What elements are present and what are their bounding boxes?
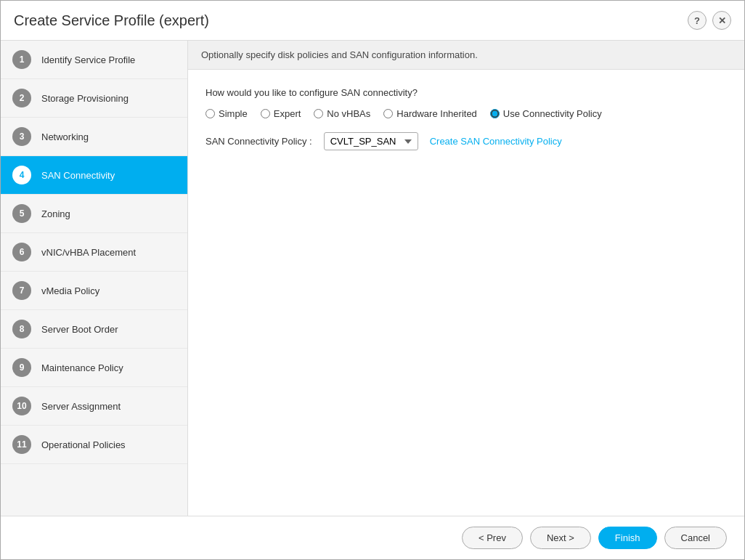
radio-expert[interactable] [261,109,270,118]
sidebar-item-6[interactable]: 6vNIC/vHBA Placement [1,233,187,272]
step-badge-10: 10 [12,397,31,415]
radio-label-no_vhbas[interactable]: No vHBAs [314,108,370,119]
step-label-7: vMedia Policy [41,285,99,296]
radio-use_connectivity_policy[interactable] [490,109,500,118]
close-button[interactable]: ✕ [712,11,731,30]
radio-text-hardware_inherited: Hardware Inherited [396,108,477,119]
sidebar-item-10[interactable]: 10Server Assignment [1,387,187,426]
content-main: How would you like to configure SAN conn… [188,70,744,516]
step-badge-11: 11 [12,435,31,454]
prev-button[interactable]: < Prev [462,527,523,549]
radio-no_vhbas[interactable] [314,109,323,118]
step-badge-6: 6 [12,243,31,261]
dialog-title: Create Service Profile (expert) [14,12,209,29]
radio-label-use_connectivity_policy[interactable]: Use Connectivity Policy [490,108,602,119]
radio-label-simple[interactable]: Simple [205,108,248,119]
step-badge-3: 3 [12,127,31,146]
step-label-6: vNIC/vHBA Placement [41,247,136,258]
dialog-body: 1Identify Service Profile2Storage Provis… [1,41,744,516]
radio-text-expert: Expert [274,108,301,119]
help-button[interactable]: ? [688,11,707,30]
san-question: How would you like to configure SAN conn… [205,87,727,98]
radio-text-simple: Simple [219,108,248,119]
sidebar: 1Identify Service Profile2Storage Provis… [1,41,188,516]
dialog-footer: < Prev Next > Finish Cancel [1,516,744,559]
radio-simple[interactable] [205,109,215,118]
radio-label-hardware_inherited[interactable]: Hardware Inherited [383,108,477,119]
sidebar-item-2[interactable]: 2Storage Provisioning [1,79,187,118]
header-actions: ? ✕ [688,11,731,30]
step-badge-7: 7 [12,281,31,300]
sidebar-item-11[interactable]: 11Operational Policies [1,426,187,464]
policy-row: SAN Connectivity Policy : CVLT_SP_SAN Cr… [205,132,727,150]
policy-select[interactable]: CVLT_SP_SAN [324,132,418,150]
step-label-8: Server Boot Order [41,324,118,335]
info-bar: Optionally specify disk policies and SAN… [188,41,744,70]
sidebar-item-3[interactable]: 3Networking [1,118,187,156]
step-label-2: Storage Provisioning [41,93,129,104]
step-label-9: Maintenance Policy [41,362,123,373]
create-service-profile-dialog: Create Service Profile (expert) ? ✕ 1Ide… [0,0,745,560]
step-badge-5: 5 [12,204,31,223]
radio-text-use_connectivity_policy: Use Connectivity Policy [503,108,602,119]
radio-hardware_inherited[interactable] [383,109,393,118]
sidebar-item-9[interactable]: 9Maintenance Policy [1,349,187,387]
step-label-3: Networking [41,131,89,142]
main-content: Optionally specify disk policies and SAN… [188,41,744,516]
step-label-5: Zoning [41,208,70,219]
sidebar-item-1[interactable]: 1Identify Service Profile [1,41,187,79]
step-badge-8: 8 [12,320,31,338]
step-badge-9: 9 [12,358,31,377]
radio-text-no_vhbas: No vHBAs [327,108,370,119]
dialog-header: Create Service Profile (expert) ? ✕ [1,1,744,41]
sidebar-item-7[interactable]: 7vMedia Policy [1,272,187,310]
step-badge-4: 4 [12,166,31,184]
cancel-button[interactable]: Cancel [664,527,727,549]
sidebar-item-8[interactable]: 8Server Boot Order [1,310,187,349]
step-label-1: Identify Service Profile [41,54,135,65]
step-badge-1: 1 [12,50,31,69]
sidebar-item-5[interactable]: 5Zoning [1,195,187,233]
create-policy-link[interactable]: Create SAN Connectivity Policy [430,136,562,147]
radio-label-expert[interactable]: Expert [261,108,301,119]
step-badge-2: 2 [12,89,31,107]
finish-button[interactable]: Finish [598,527,657,549]
step-label-10: Server Assignment [41,401,121,412]
sidebar-item-4[interactable]: 4SAN Connectivity [1,156,187,195]
step-label-4: SAN Connectivity [41,170,115,181]
step-label-11: Operational Policies [41,439,126,450]
connectivity-radio-group: SimpleExpertNo vHBAsHardware InheritedUs… [205,108,727,119]
next-button[interactable]: Next > [530,527,591,549]
policy-label: SAN Connectivity Policy : [205,136,312,147]
